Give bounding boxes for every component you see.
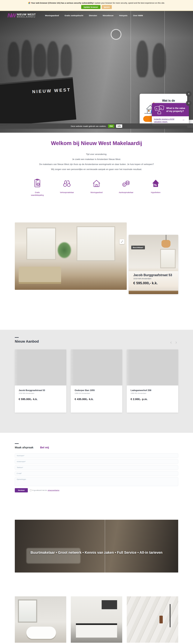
feature-label: Aankoopmakelaar: [118, 191, 134, 194]
close-icon[interactable]: ×: [186, 91, 192, 97]
carousel-prev-icon[interactable]: ‹: [170, 340, 172, 345]
plant-shape: [57, 242, 71, 258]
usp-banner: Buurtmakelaar • Groot netwerk • Kennis v…: [15, 520, 178, 572]
update-message-rest: Update your browser for more security, s…: [94, 2, 165, 4]
binoculars-icon: [62, 178, 72, 188]
logo-monogram: NW: [7, 12, 15, 19]
email-field[interactable]: [15, 471, 178, 476]
arrow-right-icon[interactable]: →: [182, 118, 185, 121]
coins-euro-icon: €: [121, 178, 131, 188]
window-shape: [18, 600, 37, 622]
listing-price: € 435.000,- k.k.: [75, 398, 118, 401]
usp-text: Buurtmakelaar • Groot netwerk • Kennis v…: [15, 550, 178, 554]
consent-checkbox[interactable]: [30, 490, 31, 491]
property-address: Jacob Burggraafstraat 53: [133, 273, 178, 277]
bathtub-shape: [26, 626, 56, 639]
hero-clock: [111, 29, 121, 40]
person-silhouette: [47, 41, 59, 77]
logo-line2: MAKELAARDIJ: [17, 16, 36, 18]
person-silhouette: [60, 44, 72, 76]
person-silhouette: [136, 40, 148, 77]
ignore-button[interactable]: Ignore: [102, 5, 112, 9]
cookie-info-button[interactable]: Info: [116, 124, 122, 128]
welcome-line: Wij zorgen voor een persoonlijke en vern…: [0, 167, 193, 172]
reception-desk: [0, 77, 76, 126]
property-showcase: ⤢ Beschikbaar! Jacob Burggraafstraat 53 …: [0, 219, 193, 330]
bottle-shape: [159, 616, 163, 624]
window-shape: [77, 226, 115, 261]
browser-update-banner: Your web browser (Chrome 131) has a seri…: [0, 0, 193, 11]
first-name-field[interactable]: [15, 454, 178, 458]
page-title: Welkom bij Nieuw West Makelaardij: [0, 140, 193, 146]
close-glyph: ×: [188, 102, 190, 105]
svg-text:€: €: [37, 184, 39, 186]
nav-item-woningaanbod[interactable]: Woningaanbod: [45, 14, 59, 16]
expand-icon[interactable]: ⤢: [120, 239, 124, 244]
tab-bel-mij[interactable]: Bel mij: [40, 446, 49, 449]
sofa-shape: [19, 266, 61, 282]
listing-address: Osdorper Ban 1055: [75, 389, 118, 392]
logo[interactable]: NW NIEUW WEST MAKELAARDIJ: [7, 12, 36, 19]
listing-card[interactable]: Ladogameerhof 258 1060 RG Amsterdam € 2.…: [127, 350, 178, 412]
person-silhouette: [153, 43, 166, 77]
nav-item-over-nwm[interactable]: Over NWM: [133, 14, 143, 16]
submit-button[interactable]: Verstuur: [15, 488, 28, 492]
cookie-text: Deze website maakt gebruik van cookies.: [71, 125, 106, 127]
chrome-icon: [28, 2, 30, 4]
person-silhouette: [21, 40, 32, 77]
property-card-featured[interactable]: Beschikbaar! Jacob Burggraafstraat 53 10…: [129, 235, 178, 294]
glass-line: [105, 520, 105, 572]
listing-price: € 2.000,- p.m.: [131, 398, 174, 401]
nav-item-diensten[interactable]: Diensten: [89, 14, 97, 16]
property-caption: Jacob Burggraafstraat 53 1018 WA Amsterd…: [129, 271, 178, 291]
window-shape: [26, 228, 56, 260]
update-message-bold: Your web browser (Chrome 131) has a seri…: [31, 2, 94, 4]
contact-section: Maak afspraak Bel mij Verstuur Ik ga akk…: [0, 433, 193, 520]
status-badge: Beschikbaar!: [131, 246, 145, 249]
contact-form: Verstuur Ik ga akkoord met de privacyver…: [15, 454, 178, 492]
showcase-photo-large[interactable]: ⤢: [15, 222, 127, 290]
carousel-next-icon[interactable]: ›: [175, 340, 177, 345]
close-icon[interactable]: ×: [186, 100, 192, 106]
person-silhouette: [8, 42, 19, 77]
feature-links: € Gratis waardebepaling Verkoopmakelaar: [24, 178, 169, 196]
feature-hypotheken[interactable]: % Hypotheken: [143, 178, 169, 196]
new-listings-section: Nieuw Aanbod ‹ › Jacob Burggraafstraat 5…: [0, 330, 193, 433]
person-silhouette: [33, 44, 46, 77]
listing-postal: 1060 RG Amsterdam: [131, 392, 174, 394]
hero-photo: NIEUW WEST NW NIEUW WEST MAKELAARDIJ Won…: [0, 11, 193, 133]
feature-label: Verkoopmakelaar: [59, 191, 75, 194]
photo-gallery: [15, 596, 178, 643]
property-price: € 595.000,- k.k.: [133, 281, 178, 285]
nvm-value-popup: What is the value of my property? Instan…: [152, 103, 189, 126]
section-dash: [15, 337, 19, 338]
tab-maak-afspraak[interactable]: Maak afspraak: [15, 446, 33, 449]
privacy-policy-link[interactable]: privacyverklaring: [48, 490, 59, 491]
gallery-photo-marble-bathroom: [127, 596, 178, 643]
feature-gratis-waardebepaling[interactable]: € Gratis waardebepaling: [24, 178, 50, 196]
nav-item-nieuwbouw[interactable]: Nieuwbouw: [103, 14, 113, 16]
cookie-bar: Deze website maakt gebruik van cookies. …: [0, 124, 193, 129]
section-title: Nieuw Aanbod: [15, 340, 178, 344]
welcome-line: Je zoekt een makelaar in Amsterdam Nieuw…: [0, 157, 193, 162]
update-browser-button[interactable]: Update browser: [81, 5, 100, 9]
clipboard-euro-icon: €: [33, 178, 42, 188]
welcome-section: Welkom bij Nieuw West Makelaardij Tijd v…: [0, 133, 193, 219]
kitchen-hood-shape: [102, 600, 117, 609]
feature-verkoopmakelaar[interactable]: Verkoopmakelaar: [54, 178, 80, 196]
listing-postal: 1069 GA Amsterdam: [75, 392, 118, 394]
phone-field[interactable]: [15, 465, 178, 470]
listing-card[interactable]: Osdorper Ban 1055 1069 GA Amsterdam € 43…: [71, 350, 122, 412]
listing-price: € 595.000,- k.k.: [19, 398, 62, 401]
feature-label: Gratis waardebepaling: [30, 191, 45, 196]
last-name-field[interactable]: [15, 459, 178, 464]
close-glyph: ×: [188, 92, 190, 96]
valuation-report-link[interactable]: Instantly receive a NVM valuation report…: [154, 118, 181, 123]
feature-aankoopmakelaar[interactable]: € Aankoopmakelaar: [113, 178, 139, 196]
listing-card[interactable]: Jacob Burggraafstraat 53 1018 WA Amsterd…: [15, 350, 66, 412]
feature-woningaanbod[interactable]: Woningaanbod: [84, 178, 109, 196]
cookie-ok-button[interactable]: Oké: [108, 124, 114, 128]
comments-field[interactable]: [15, 477, 178, 486]
nav-item-hotspots[interactable]: Hotspots: [119, 14, 128, 16]
nav-item-gratis-zoekopdracht[interactable]: Gratis zoekopdracht: [65, 14, 83, 16]
